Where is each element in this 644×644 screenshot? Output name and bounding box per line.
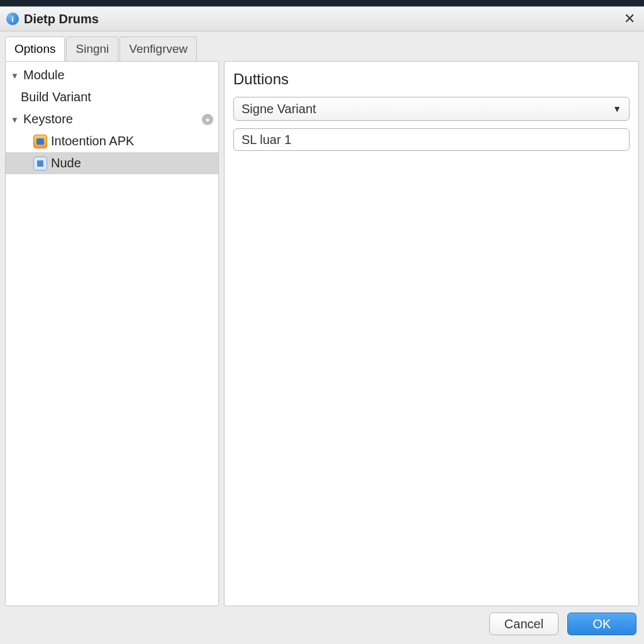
tree-item-apk[interactable]: Intoention APK	[6, 130, 218, 152]
content-panel: Duttions Signe Variant ▼	[224, 61, 639, 606]
chevron-down-icon: ▼	[11, 71, 19, 80]
ok-button[interactable]: OK	[567, 613, 636, 635]
tree-keystore-label: Keystore	[23, 112, 73, 126]
tab-options[interactable]: Options	[5, 36, 65, 61]
tabs-row: Options Singni Venfigrvew	[0, 31, 644, 61]
section-heading: Duttions	[233, 70, 630, 88]
chevron-down-icon: ▼	[11, 115, 19, 124]
cancel-button[interactable]: Cancel	[489, 613, 558, 635]
dialog-window: i Dietp Drums ✕ Options Singni Venfigrve…	[0, 6, 644, 644]
tab-venfigrvew[interactable]: Venfigrvew	[119, 36, 197, 61]
tree-build-variant-label: Build Variant	[21, 90, 91, 104]
panels: ▼ Module Build Variant ▼ Keystore ● Into…	[5, 61, 639, 606]
dialog-footer: Cancel OK	[0, 606, 644, 644]
window-title: Dietp Drums	[24, 12, 99, 26]
tab-singni[interactable]: Singni	[66, 36, 118, 61]
dot-icon: ●	[202, 114, 213, 125]
close-icon[interactable]: ✕	[621, 11, 638, 27]
triangle-down-icon: ▼	[613, 104, 621, 114]
apk-icon	[33, 135, 47, 148]
variant-combo[interactable]: Signe Variant ▼	[233, 97, 630, 121]
tree-keystore[interactable]: ▼ Keystore ●	[6, 108, 218, 130]
variant-combo-value: Signe Variant	[242, 102, 316, 116]
info-icon: i	[6, 13, 19, 25]
tree-item-label: Nude	[51, 156, 81, 170]
tree-item-label: Intoention APK	[51, 134, 134, 148]
tree-panel: ▼ Module Build Variant ▼ Keystore ● Into…	[5, 61, 219, 606]
tree-item-nude[interactable]: Nude	[6, 152, 218, 174]
tree-module-label: Module	[23, 68, 65, 82]
sl-luar-input[interactable]	[233, 128, 630, 151]
tree-build-variant[interactable]: Build Variant	[6, 86, 218, 108]
titlebar: i Dietp Drums ✕	[0, 7, 644, 31]
app-topbar	[0, 0, 644, 6]
node-icon	[33, 157, 47, 170]
tree-module[interactable]: ▼ Module	[6, 64, 218, 86]
